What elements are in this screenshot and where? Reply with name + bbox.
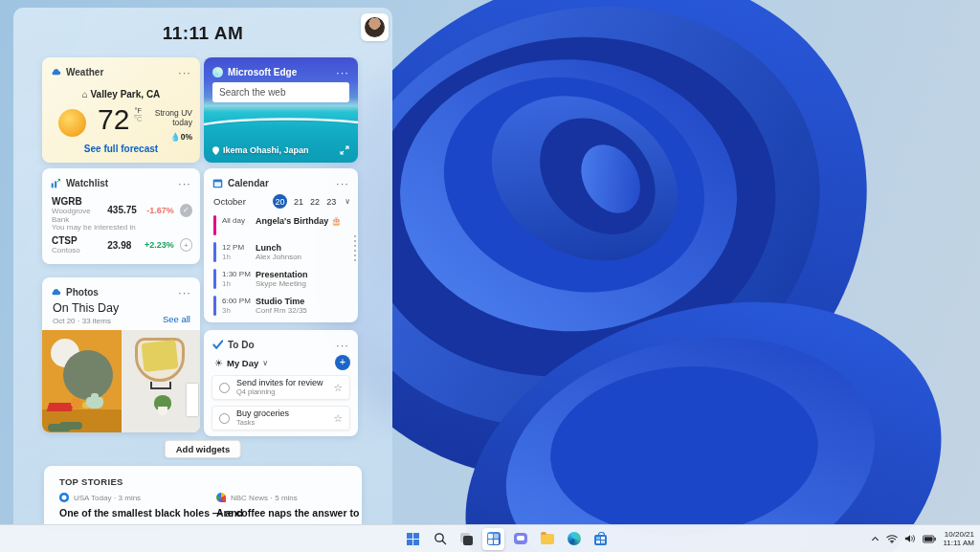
edge-menu-button[interactable]: ···	[336, 70, 349, 76]
temperature-unit-toggle[interactable]: °F °C	[134, 107, 142, 123]
see-all-link[interactable]: See all	[163, 314, 190, 324]
weather-widget[interactable]: Weather ··· ⌂ Valley Park, CA 72 °F °C S…	[42, 57, 200, 163]
wifi-icon[interactable]	[886, 534, 898, 543]
weather-precipitation: 💧0%	[170, 132, 192, 142]
news-article[interactable]: NBC News · 5 mins Are coffee naps the an…	[216, 493, 360, 519]
star-icon[interactable]: ☆	[333, 412, 343, 425]
panel-clock: 11:11 AM	[13, 23, 392, 44]
top-stories-heading: TOP STORIES	[59, 476, 123, 487]
watchlist-row-wgrb[interactable]: WGRB Woodgrove Bank 435.75 -1.67% ✓	[52, 196, 192, 224]
my-day-sun-icon: ☀	[214, 358, 223, 368]
photo-thumbnail-still-life[interactable]	[42, 330, 122, 432]
add-widgets-button[interactable]: Add widgets	[165, 440, 241, 458]
location-pin-icon	[212, 146, 219, 155]
add-task-button[interactable]: +	[335, 355, 350, 370]
chevron-down-icon[interactable]: ∨	[262, 359, 268, 367]
calendar-date[interactable]: 23	[326, 197, 336, 207]
watchlist-added-check-icon[interactable]: ✓	[180, 204, 192, 217]
photos-widget[interactable]: Photos ··· On This Day Oct 20 · 33 items…	[42, 277, 200, 432]
watchlist-title: Watchlist	[66, 178, 108, 188]
top-stories-widget[interactable]: TOP STORIES USA Today · 3 mins One of th…	[44, 466, 362, 524]
watchlist-row-ctsp[interactable]: CTSP Contoso 23.98 +2.23% +	[52, 235, 192, 254]
folder-icon	[541, 534, 554, 544]
start-button[interactable]	[402, 528, 424, 550]
search-button[interactable]	[429, 528, 451, 550]
edge-browser-button[interactable]	[563, 528, 585, 550]
profile-avatar-button[interactable]	[361, 13, 389, 41]
article-headline[interactable]: Are coffee naps the answer to your	[216, 507, 360, 519]
stock-price: 23.98	[107, 240, 142, 251]
watchlist-widget[interactable]: Watchlist ··· WGRB Woodgrove Bank 435.75…	[42, 168, 200, 264]
todo-widget[interactable]: To Do ··· ☀ My Day ∨ + Send invites for …	[204, 330, 358, 436]
widgets-icon	[487, 532, 501, 545]
stock-chart-icon	[51, 178, 61, 188]
calendar-icon	[212, 178, 223, 188]
watchlist-add-icon[interactable]: +	[180, 238, 192, 252]
calendar-date[interactable]: 21	[294, 197, 303, 207]
news-article[interactable]: USA Today · 3 mins One of the smallest b…	[59, 493, 203, 519]
usa-today-logo-icon	[59, 493, 69, 502]
event-color-bar	[213, 269, 216, 289]
chat-button[interactable]	[509, 528, 531, 550]
widgets-panel: 11:11 AM Weather ··· ⌂ Valley Park, CA 7…	[13, 8, 392, 524]
watchlist-suggestion-label: You may be interested in	[52, 223, 136, 232]
chat-icon	[514, 533, 527, 544]
article-source: NBC News · 5 mins	[231, 494, 298, 502]
event-color-bar	[213, 242, 216, 262]
file-explorer-button[interactable]	[536, 528, 558, 550]
stock-change: +2.23%	[142, 240, 174, 250]
tray-chevron-up-icon[interactable]	[871, 535, 880, 543]
photo-thumbnail-chair[interactable]	[122, 330, 200, 432]
weather-menu-button[interactable]: ···	[178, 70, 191, 76]
calendar-date[interactable]: 22	[310, 197, 320, 207]
task-checkbox[interactable]	[219, 413, 230, 424]
expand-icon[interactable]	[340, 145, 349, 155]
birthday-cake-emoji: 🎂	[331, 216, 342, 226]
see-full-forecast-link[interactable]: See full forecast	[42, 144, 200, 154]
calendar-date-selected[interactable]: 20	[273, 194, 287, 209]
calendar-menu-button[interactable]: ···	[336, 181, 349, 187]
task-item-buy-groceries[interactable]: Buy groceries Tasks ☆	[212, 406, 350, 431]
star-icon[interactable]: ☆	[333, 382, 343, 394]
chevron-down-icon[interactable]: ∨	[345, 197, 350, 206]
article-source: USA Today · 3 mins	[74, 494, 141, 502]
photos-cloud-icon	[51, 287, 61, 298]
stock-symbol: WGRB	[52, 196, 107, 207]
weather-condition: Strong UV today	[143, 108, 192, 127]
task-item-send-invites[interactable]: Send invites for review Q4 planning ☆	[212, 375, 350, 400]
todo-menu-button[interactable]: ···	[336, 342, 349, 348]
stock-name: Woodgrove Bank	[52, 207, 107, 224]
todo-check-icon	[212, 340, 223, 350]
weather-temperature: 72	[98, 103, 129, 136]
task-view-icon	[460, 533, 473, 545]
edge-widget[interactable]: Microsoft Edge ··· Ikema Ohashi, Japan	[204, 57, 358, 163]
microsoft-store-button[interactable]	[590, 528, 612, 550]
calendar-event-birthday[interactable]: All day Angela's Birthday 🎂	[213, 215, 352, 235]
event-color-bar	[213, 215, 216, 235]
photos-title: Photos	[66, 287, 99, 298]
calendar-event-lunch[interactable]: 12 PM1h LunchAlex Johnson	[213, 242, 352, 262]
widgets-button[interactable]	[482, 528, 504, 550]
search-input[interactable]	[219, 87, 345, 98]
speaker-icon[interactable]	[904, 534, 916, 543]
battery-icon[interactable]	[923, 535, 936, 543]
weather-cloud-icon	[51, 67, 61, 77]
calendar-scrollbar[interactable]	[354, 235, 356, 261]
tray-clock[interactable]: 10/20/21 11:11 AM	[943, 530, 974, 547]
search-icon	[434, 532, 447, 545]
calendar-event-presentation[interactable]: 1:30 PM1h PresentationSkype Meeting	[213, 269, 352, 289]
photo-location-label: Ikema Ohashi, Japan	[212, 145, 309, 155]
task-view-button[interactable]	[456, 528, 478, 550]
calendar-event-studio-time[interactable]: 6:00 PM3h Studio TimeConf Rm 32/35	[213, 296, 352, 316]
edge-logo-icon	[212, 67, 223, 77]
calendar-title: Calendar	[228, 178, 269, 188]
photos-menu-button[interactable]: ···	[178, 290, 191, 296]
edge-search-box[interactable]	[212, 82, 349, 102]
calendar-widget[interactable]: Calendar ··· October 20 21 22 23 ∨ All d…	[204, 168, 358, 322]
watchlist-menu-button[interactable]: ···	[178, 181, 191, 187]
store-bag-icon	[594, 535, 607, 545]
article-headline[interactable]: One of the smallest black holes — and	[59, 507, 203, 519]
task-checkbox[interactable]	[219, 383, 230, 393]
event-color-bar	[213, 296, 216, 316]
nbc-news-logo-icon	[216, 493, 226, 502]
